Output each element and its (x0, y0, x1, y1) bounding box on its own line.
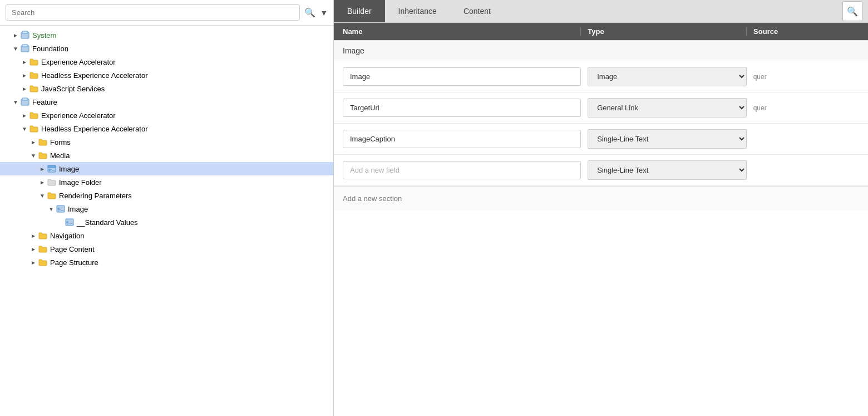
tree-item-exp-acc-2[interactable]: ► Experience Accelerator (0, 109, 333, 122)
field-row-image: Image Single-Line Text General Link quer (334, 61, 868, 92)
tree-toggle-image-folder[interactable]: ► (38, 179, 47, 185)
field-type-select-targeturl[interactable]: General Link Single-Line Text Image (588, 98, 746, 118)
field-name-input-imagecaption[interactable] (343, 130, 581, 148)
field-row-imagecaption: Single-Line Text General Link Image (334, 124, 868, 155)
tree-item-headless-exp-2[interactable]: ▼ Headless Experience Accelerator (0, 122, 333, 135)
image-template-icon (47, 164, 57, 174)
tree-toggle-std-values (56, 219, 65, 226)
tree-label-foundation: Foundation (32, 45, 68, 53)
tree-item-system[interactable]: ► System (0, 28, 333, 42)
tree-item-navigation[interactable]: ► Navigation (0, 229, 333, 242)
search-input[interactable] (6, 4, 300, 21)
field-row-targeturl: General Link Single-Line Text Image quer (334, 92, 868, 124)
tree-item-media[interactable]: ▼ Media (0, 149, 333, 162)
field-name-input-targeturl[interactable] (343, 99, 581, 117)
field-name-value-targeturl[interactable] (343, 99, 581, 117)
tree-item-rendering-params[interactable]: ▼ Rendering Parameters (0, 189, 333, 202)
dropdown-arrow-icon[interactable]: ▼ (320, 8, 328, 17)
tree-toggle-system[interactable]: ► (11, 32, 20, 38)
tree-toggle-forms[interactable]: ► (29, 139, 38, 145)
tree-item-exp-acc-1[interactable]: ► Experience Accelerator (0, 55, 333, 68)
navigation-icon (38, 231, 48, 241)
tree-toggle-image[interactable]: ► (38, 166, 47, 172)
tree-toggle-navigation[interactable]: ► (29, 233, 38, 239)
feature-icon (20, 97, 30, 107)
tree-toggle-image-rp[interactable]: ▼ (47, 206, 56, 212)
headless-exp-2-icon (29, 124, 39, 134)
tree-toggle-page-content[interactable]: ► (29, 246, 38, 252)
svg-rect-5 (22, 98, 28, 100)
tree-item-forms[interactable]: ► Forms (0, 135, 333, 149)
tab-search-button[interactable]: 🔍 (842, 1, 862, 21)
tab-builder[interactable]: Builder (334, 0, 385, 22)
tree-label-exp-acc-1: Experience Accelerator (41, 58, 116, 66)
tree-toggle-exp-acc-1[interactable]: ► (20, 59, 29, 65)
tree-item-page-content[interactable]: ► Page Content (0, 242, 333, 256)
field-type-dropdown-imagecaption[interactable]: Single-Line Text General Link Image (588, 129, 746, 149)
tree-label-image-rp: Image (68, 205, 88, 213)
field-name-input-new[interactable] (343, 161, 581, 179)
page-structure-icon (38, 257, 48, 267)
tree-item-page-structure[interactable]: ► Page Structure (0, 256, 333, 269)
field-name-value-imagecaption[interactable] (343, 130, 581, 148)
tree-label-image-folder: Image Folder (59, 178, 102, 187)
tree-item-image-rp[interactable]: ▼ Image (0, 202, 333, 216)
field-type-dropdown-targeturl[interactable]: General Link Single-Line Text Image (588, 98, 746, 118)
tree-toggle-rendering-params[interactable]: ▼ (38, 193, 47, 199)
tree-item-std-values[interactable]: __Standard Values (0, 216, 333, 229)
right-panel: Builder Inheritance Content 🔍 Name Type … (334, 0, 868, 416)
tree-toggle-headless-exp-1[interactable]: ► (20, 72, 29, 79)
add-section-input[interactable] (343, 194, 859, 203)
svg-rect-3 (22, 45, 28, 47)
tree-toggle-foundation[interactable]: ▼ (11, 46, 20, 52)
field-type-dropdown-image[interactable]: Image Single-Line Text General Link (588, 67, 746, 86)
tree-toggle-exp-acc-2[interactable]: ► (20, 112, 29, 119)
js-services-icon (29, 84, 39, 94)
image-rp-icon (56, 204, 66, 214)
rendering-params-icon (47, 190, 57, 200)
svg-point-12 (66, 221, 68, 223)
field-name-value-image[interactable] (343, 67, 581, 86)
tree-toggle-media[interactable]: ▼ (29, 153, 38, 159)
field-type-select-imagecaption[interactable]: Single-Line Text General Link Image (588, 129, 746, 149)
tree-toggle-feature[interactable]: ▼ (11, 99, 20, 105)
tree-label-forms: Forms (50, 138, 71, 146)
field-type-select-image[interactable]: Image Single-Line Text General Link (588, 67, 746, 86)
tree-label-headless-exp-2: Headless Experience Accelerator (41, 125, 148, 133)
search-button[interactable]: 🔍 (304, 7, 315, 18)
col-name-header: Name (343, 27, 580, 36)
svg-point-10 (57, 208, 60, 210)
field-row-new: Single-Line Text General Link Image (334, 155, 868, 186)
system-icon (20, 30, 30, 40)
tree-container: ► System ▼ Foundation ► Experience Accel… (0, 26, 333, 416)
section-title: Image (343, 46, 364, 55)
tree-label-page-structure: Page Structure (50, 258, 98, 267)
foundation-icon (20, 43, 30, 53)
col-source-header: Source (746, 27, 859, 36)
tree-toggle-js-services[interactable]: ► (20, 86, 29, 92)
field-type-dropdown-new[interactable]: Single-Line Text General Link Image (588, 160, 746, 180)
tree-label-image: Image (59, 165, 79, 173)
tree-item-image-folder[interactable]: ► Image Folder (0, 175, 333, 189)
field-name-value-new[interactable] (343, 161, 581, 179)
tree-toggle-page-structure[interactable]: ► (29, 260, 38, 266)
left-panel: 🔍 ▼ ► System ▼ Foundation ► Experienc (0, 0, 334, 416)
svg-rect-7 (48, 165, 56, 168)
tree-label-headless-exp-1: Headless Experience Accelerator (41, 71, 148, 80)
tab-content[interactable]: Content (450, 0, 504, 22)
field-name-input-image[interactable] (343, 67, 581, 86)
media-icon (38, 150, 48, 160)
tree-item-foundation[interactable]: ▼ Foundation (0, 42, 333, 55)
tree-item-image[interactable]: ► Image (0, 162, 333, 175)
col-type-header: Type (580, 27, 746, 36)
field-type-select-new[interactable]: Single-Line Text General Link Image (588, 160, 746, 180)
tree-item-feature[interactable]: ▼ Feature (0, 95, 333, 109)
tree-item-headless-exp-1[interactable]: ► Headless Experience Accelerator (0, 68, 333, 82)
tree-label-rendering-params: Rendering Parameters (59, 192, 132, 200)
tree-item-js-services[interactable]: ► JavaScript Services (0, 82, 333, 95)
tab-inheritance[interactable]: Inheritance (385, 0, 450, 22)
tree-label-std-values: __Standard Values (77, 218, 138, 227)
tree-toggle-headless-exp-2[interactable]: ▼ (20, 126, 29, 132)
page-content-icon (38, 244, 48, 254)
std-values-icon (65, 217, 75, 227)
